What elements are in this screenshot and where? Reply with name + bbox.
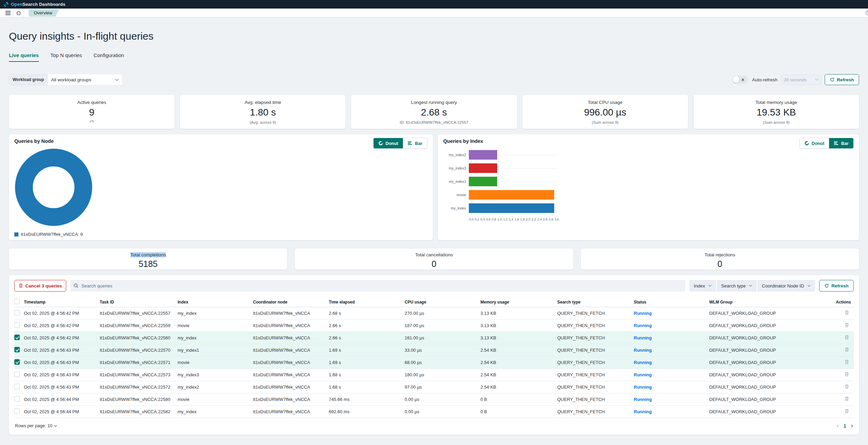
queries-by-index-panel: Queries by Index Donut Bar my_index2my_i…: [438, 134, 859, 240]
row-checkbox[interactable]: [14, 396, 20, 402]
toggle-knob: [733, 76, 740, 83]
cell-cpu-usage: 180.00 µs: [405, 372, 480, 377]
row-trash-icon[interactable]: [845, 396, 849, 401]
cell-index: movie: [178, 323, 253, 328]
search-queries-input[interactable]: [81, 283, 682, 288]
cell-wlm-group: DEFAULT_WORKLOAD_GROUP: [709, 348, 835, 353]
chevron-down-icon: [115, 79, 119, 81]
col-memory-usage: Memory usage: [480, 300, 557, 305]
breadcrumb-overview[interactable]: Overview: [29, 9, 59, 17]
cell-memory-usage: 2.54 KB: [480, 348, 557, 353]
node-bar-toggle[interactable]: Bar: [403, 138, 427, 148]
select-all-checkbox[interactable]: [14, 299, 20, 304]
row-checkbox[interactable]: [14, 347, 20, 352]
cell-wlm-group: DEFAULT_WORKLOAD_GROUP: [709, 360, 835, 365]
table-row: Oct 02, 2025 @ 4:56:43 PMIt1xDsEURWW7ffe…: [14, 344, 854, 356]
bar-row: my_index: [445, 201, 587, 215]
queries-by-index-bar-chart: my_index2my_index3my_index1moviemy_index…: [471, 148, 587, 222]
cell-cpu-usage: 270.00 µs: [405, 311, 480, 316]
donut-chart-icon: [804, 141, 809, 146]
row-trash-icon[interactable]: [845, 335, 849, 340]
row-trash-icon[interactable]: [845, 323, 849, 327]
filter-index[interactable]: Index: [689, 280, 716, 292]
prev-page-icon[interactable]: ‹: [837, 422, 839, 429]
bar-chart-icon: [834, 141, 839, 146]
row-trash-icon[interactable]: [845, 409, 849, 414]
table-row: Oct 02, 2025 @ 4:56:42 PMIt1xDsEURWW7ffe…: [14, 332, 854, 344]
table-filters: Index Search type Coordinator Node ID: [689, 280, 815, 292]
page-1-button[interactable]: 1: [843, 423, 846, 428]
bar-track: [469, 177, 554, 186]
table-refresh-button[interactable]: Refresh: [819, 280, 854, 292]
legend-swatch: [14, 232, 18, 237]
stat-avg-elapsed-time: Avg. elapsed time 1.80 s (Avg. across 9): [180, 95, 346, 129]
row-checkbox[interactable]: [14, 310, 20, 315]
stat-active-queries: Active queries 9: [9, 95, 174, 129]
bar-track: [469, 163, 554, 173]
cell-coordinator-node: It1xDsEURWW7ffek_vNCCA: [253, 323, 329, 328]
cell-index: my_index: [178, 409, 253, 414]
stat-longest-running-query: Longest running query 2.68 s ID: It1xDsE…: [351, 95, 517, 129]
cell-wlm-group: DEFAULT_WORKLOAD_GROUP: [709, 372, 835, 377]
tab-top-n-queries[interactable]: Top N queries: [51, 52, 82, 62]
cell-status: Running: [634, 397, 709, 402]
auto-refresh-interval-select[interactable]: 30 seconds: [781, 75, 821, 85]
row-checkbox[interactable]: [14, 408, 20, 414]
total-completions-label: Total completions: [130, 252, 166, 257]
cell-timestamp: Oct 02, 2025 @ 4:56:44 PM: [24, 409, 100, 414]
totals-row: Total completions 5185 Total cancellatio…: [9, 248, 859, 270]
cancel-queries-button[interactable]: Cancel 3 queries: [14, 280, 66, 292]
index-bar-toggle[interactable]: Bar: [829, 138, 853, 148]
cell-time-elapsed: 692.60 ms: [329, 409, 405, 414]
row-checkbox[interactable]: [14, 335, 20, 340]
chevron-down-icon: [815, 79, 818, 81]
page-title: Query insights - In-flight queries: [9, 30, 868, 42]
node-donut-toggle[interactable]: Donut: [374, 138, 403, 148]
row-checkbox[interactable]: [14, 372, 20, 377]
row-checkbox[interactable]: [14, 384, 20, 389]
bar-chart-rows: my_index2my_index3my_index1moviemy_index: [471, 148, 587, 215]
auto-refresh-toggle[interactable]: [732, 76, 748, 84]
row-trash-icon[interactable]: [845, 384, 849, 389]
workload-group-label: Workload group: [9, 74, 48, 85]
row-trash-icon[interactable]: [845, 360, 849, 364]
tab-live-queries[interactable]: Live queries: [9, 52, 39, 62]
cell-coordinator-node: It1xDsEURWW7ffek_vNCCA: [253, 397, 329, 402]
row-checkbox[interactable]: [14, 359, 20, 365]
queries-by-node-donut: [15, 149, 92, 226]
row-trash-icon[interactable]: [845, 347, 849, 352]
total-cancellations-label: Total cancellations: [415, 252, 453, 257]
workload-group-select[interactable]: All workload groups: [48, 74, 122, 85]
filter-coordinator-node-id[interactable]: Coordinator Node ID: [757, 280, 815, 292]
table-row: Oct 02, 2025 @ 4:56:42 PMIt1xDsEURWW7ffe…: [14, 320, 854, 332]
row-checkbox[interactable]: [14, 322, 20, 328]
home-button[interactable]: [13, 9, 24, 17]
cell-cpu-usage: 187.00 µs: [405, 323, 480, 328]
recent-items-icon[interactable]: [865, 10, 868, 15]
table-row: Oct 02, 2025 @ 4:56:43 PMIt1xDsEURWW7ffe…: [14, 369, 854, 381]
cell-memory-usage: 0 B: [480, 397, 557, 402]
cell-search-type: QUERY_THEN_FETCH: [557, 372, 634, 377]
cell-task-id: It1xDsEURWW7ffek_vNCCA:22573: [100, 372, 178, 377]
rows-per-page-select[interactable]: Rows per page: 10: [15, 423, 57, 428]
row-trash-icon[interactable]: [845, 372, 849, 377]
tab-configuration[interactable]: Configuration: [94, 52, 124, 62]
donut-chart-icon: [378, 141, 383, 146]
workload-group-control: Workload group All workload groups: [9, 74, 122, 85]
total-rejections-value: 0: [581, 259, 859, 269]
cell-task-id: It1xDsEURWW7ffek_vNCCA:22557: [100, 311, 178, 316]
breadcrumb-bar: Overview: [0, 9, 868, 17]
filter-search-type[interactable]: Search type: [717, 280, 757, 292]
refresh-button[interactable]: Refresh: [825, 74, 859, 85]
cell-status: Running: [634, 348, 709, 353]
row-trash-icon[interactable]: [845, 310, 849, 315]
table-row: Oct 02, 2025 @ 4:56:43 PMIt1xDsEURWW7ffe…: [14, 356, 854, 369]
next-page-icon[interactable]: ›: [851, 422, 853, 429]
menu-button[interactable]: [3, 9, 13, 17]
cell-task-id: It1xDsEURWW7ffek_vNCCA:22571: [100, 360, 178, 365]
cell-search-type: QUERY_THEN_FETCH: [557, 409, 634, 414]
cell-index: my_index3: [178, 372, 253, 377]
donut-legend: It1xDsEURWW7ffek_vNCCA: 9: [14, 232, 83, 237]
total-completions-value: 5185: [9, 259, 287, 269]
index-donut-toggle[interactable]: Donut: [800, 138, 829, 148]
